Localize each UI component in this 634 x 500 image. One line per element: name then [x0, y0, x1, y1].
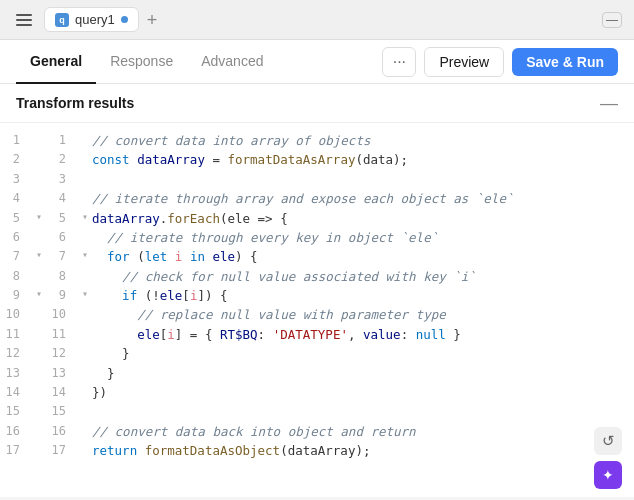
code-line-16: 1616// convert data back into object and…: [0, 422, 634, 441]
line-number-8: 8: [46, 267, 78, 286]
tab-general[interactable]: General: [16, 40, 96, 84]
line-number-7: 7: [0, 247, 32, 266]
line-number-17: 17: [0, 441, 32, 460]
fold-icon-7[interactable]: ▾: [32, 247, 46, 263]
code-line-17: 1717return formatDataAsObject(dataArray)…: [0, 441, 634, 460]
fold-icon-7[interactable]: ▾: [78, 247, 92, 263]
query-tab-icon: q: [55, 13, 69, 27]
preview-button[interactable]: Preview: [424, 47, 504, 77]
code-line-2: 22const dataArray = formatDataAsArray(da…: [0, 150, 634, 169]
toolbar: General Response Advanced ··· Preview Sa…: [0, 40, 634, 84]
code-line-7: 7▾7▾ for (let i in ele) {: [0, 247, 634, 266]
line-number-15: 15: [46, 402, 78, 421]
line-number-12: 12: [46, 344, 78, 363]
code-line-9: 9▾9▾ if (!ele[i]) {: [0, 286, 634, 305]
code-line-1: 11// convert data into array of objects: [0, 131, 634, 150]
line-number-3: 3: [0, 170, 32, 189]
add-tab-button[interactable]: +: [143, 11, 162, 29]
tab-response[interactable]: Response: [96, 40, 187, 84]
refresh-icon: ↺: [602, 432, 615, 450]
line-number-16: 16: [0, 422, 32, 441]
tab-modified-dot: [121, 16, 128, 23]
fold-icon-9[interactable]: ▾: [32, 286, 46, 302]
code-line-11: 1111 ele[i] = { RT$BQ: 'DATATYPE', value…: [0, 325, 634, 344]
collapse-button[interactable]: —: [600, 94, 618, 112]
line-number-5: 5: [0, 209, 32, 228]
code-line-5: 5▾5▾dataArray.forEach(ele => {: [0, 209, 634, 228]
line-number-7: 7: [46, 247, 78, 266]
section-header: Transform results —: [0, 84, 634, 123]
line-number-9: 9: [0, 286, 32, 305]
code-line-4: 44// iterate through array and expose ea…: [0, 189, 634, 208]
code-line-6: 66 // iterate through every key in objec…: [0, 228, 634, 247]
line-number-5: 5: [46, 209, 78, 228]
tab-container: q query1 +: [44, 7, 161, 32]
code-line-15: 1515: [0, 402, 634, 421]
line-number-6: 6: [46, 228, 78, 247]
line-number-14: 14: [46, 383, 78, 402]
fold-icon-5[interactable]: ▾: [32, 209, 46, 225]
code-line-12: 1212 }: [0, 344, 634, 363]
line-number-15: 15: [0, 402, 32, 421]
fold-icon-9[interactable]: ▾: [78, 286, 92, 302]
hamburger-icon[interactable]: [12, 10, 36, 30]
refresh-icon-button[interactable]: ↺: [594, 427, 622, 455]
minimize-button[interactable]: —: [602, 12, 622, 28]
query-tab[interactable]: q query1: [44, 7, 139, 32]
line-number-4: 4: [46, 189, 78, 208]
query-tab-label: query1: [75, 12, 115, 27]
tab-advanced[interactable]: Advanced: [187, 40, 277, 84]
line-number-10: 10: [46, 305, 78, 324]
line-number-10: 10: [0, 305, 32, 324]
more-options-button[interactable]: ···: [382, 47, 416, 77]
titlebar: q query1 + —: [0, 0, 634, 40]
line-number-11: 11: [0, 325, 32, 344]
line-number-11: 11: [46, 325, 78, 344]
line-number-6: 6: [0, 228, 32, 247]
bottom-icons: ↺ ✦: [594, 427, 622, 489]
line-number-9: 9: [46, 286, 78, 305]
line-number-3: 3: [46, 170, 78, 189]
fold-icon-5[interactable]: ▾: [78, 209, 92, 225]
code-line-8: 88 // check for null value associated wi…: [0, 267, 634, 286]
code-editor[interactable]: 11// convert data into array of objects2…: [0, 123, 634, 497]
line-number-16: 16: [46, 422, 78, 441]
code-line-10: 1010 // replace null value with paramete…: [0, 305, 634, 324]
ai-assistant-button[interactable]: ✦: [594, 461, 622, 489]
line-number-17: 17: [46, 441, 78, 460]
code-line-14: 1414}): [0, 383, 634, 402]
section-title: Transform results: [16, 95, 134, 111]
line-number-14: 14: [0, 383, 32, 402]
line-number-13: 13: [46, 364, 78, 383]
line-number-1: 1: [46, 131, 78, 150]
ai-icon: ✦: [602, 467, 614, 483]
line-number-8: 8: [0, 267, 32, 286]
code-line-13: 1313 }: [0, 364, 634, 383]
line-number-13: 13: [0, 364, 32, 383]
line-number-12: 12: [0, 344, 32, 363]
save-run-button[interactable]: Save & Run: [512, 48, 618, 76]
line-number-1: 1: [0, 131, 32, 150]
line-number-4: 4: [0, 189, 32, 208]
line-number-2: 2: [0, 150, 32, 169]
line-number-2: 2: [46, 150, 78, 169]
code-line-3: 33: [0, 170, 634, 189]
